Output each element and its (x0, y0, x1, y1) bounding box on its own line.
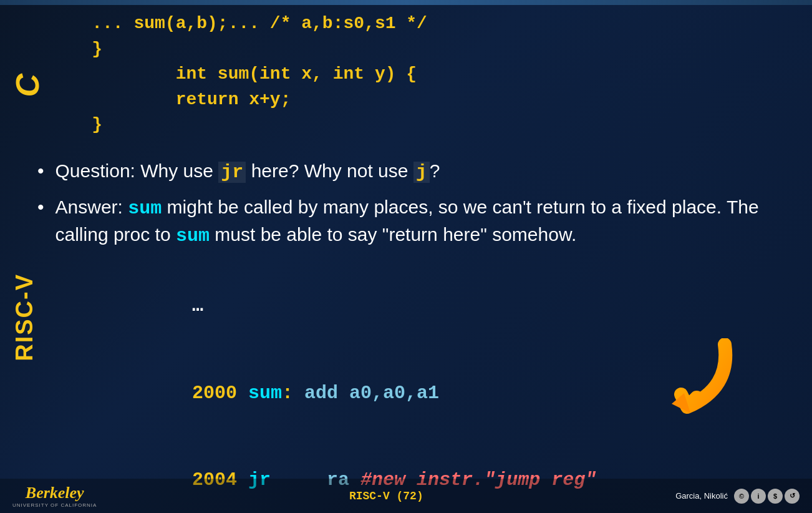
c-code-block: ... sum(a,b);... /* a,b:s0,s1 */ } int s… (0, 5, 812, 138)
code-line-1: ... sum(a,b);... /* a,b:s0,s1 */ (50, 11, 775, 37)
asm-add-instr: add a0,a0,a1 (293, 383, 439, 404)
asm-colon: : (282, 383, 293, 404)
bullet1-code-jr: jr (218, 162, 246, 183)
cc-nc-icon: $ (768, 489, 783, 504)
bullet1-text-after: ? (430, 160, 440, 181)
asm-dots-text: … (192, 295, 203, 316)
bullet2-sum-1: sum (128, 198, 162, 219)
bullet2-sum-2: sum (176, 225, 210, 247)
cc-license-badge: © i $ ↺ (734, 489, 800, 504)
bullet2-after: must be able to say "return here" someho… (210, 224, 576, 245)
arrow-decoration (637, 338, 737, 426)
slide-id: RISC-V (72) (349, 490, 423, 502)
bullets-section: • Question: Why use jr here? Why not use… (0, 158, 812, 258)
bullet-text-2: Answer: sum might be called by many plac… (56, 194, 775, 249)
c-language-label: C (11, 74, 44, 97)
bullet-2: • Answer: sum might be called by many pl… (37, 194, 775, 249)
code-line-3: int sum(int x, int y) { (50, 62, 775, 87)
author-name: Garcia, Nikolić (675, 491, 728, 501)
berkeley-subtitle: UNIVERSITY OF CALIFORNIA (12, 502, 97, 508)
bullet-dot-1: • (37, 160, 44, 182)
bullet-text-1: Question: Why use jr here? Why not use j… (56, 158, 440, 185)
top-bar (0, 0, 812, 5)
bullet-dot-2: • (37, 197, 44, 218)
bullet1-code-j: j (413, 162, 430, 183)
slide-container: C ... sum(a,b);... /* a,b:s0,s1 */ } int… (0, 5, 812, 513)
code-line-2: } (50, 37, 775, 62)
bullet-1: • Question: Why use jr here? Why not use… (37, 158, 775, 185)
footer-right: Garcia, Nikolić © i $ ↺ (675, 489, 800, 504)
asm-num-2000: 2000 (192, 383, 237, 404)
cc-icon: © (734, 489, 749, 504)
cc-by-icon: i (751, 489, 766, 504)
code-line-4: return x+y; (50, 87, 775, 113)
asm-sum-label: sum (237, 383, 282, 404)
asm-dots: … (125, 263, 775, 350)
bullet2-answer: Answer: (56, 197, 128, 217)
footer: Berkeley UNIVERSITY OF CALIFORNIA RISC-V… (0, 479, 812, 513)
berkeley-logo: Berkeley UNIVERSITY OF CALIFORNIA (12, 484, 97, 508)
bullet1-text-before: Question: Why use (56, 160, 219, 181)
berkeley-name: Berkeley (26, 484, 84, 502)
bullet1-text-mid: here? Why not use (246, 160, 413, 181)
cc-sa-icon: ↺ (785, 489, 800, 504)
code-line-5: } (50, 112, 775, 138)
